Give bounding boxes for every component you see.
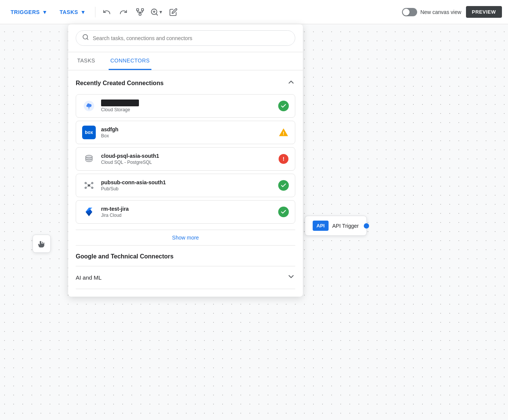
cloud-storage-type: Cloud Storage: [101, 107, 278, 112]
recently-created-title: Recently Created Connections: [76, 80, 164, 87]
redo-button[interactable]: [117, 5, 130, 19]
jira-info: rm-test-jira Jira Cloud: [101, 206, 278, 218]
cloud-sql-type: Cloud SQL - PostgreSQL: [101, 160, 278, 165]
svg-point-21: [91, 187, 93, 189]
svg-line-25: [90, 186, 92, 187]
svg-line-23: [90, 184, 92, 185]
connection-item-jira[interactable]: rm-test-jira Jira Cloud: [76, 200, 295, 224]
panel-body: Recently Created Connections: [68, 70, 303, 297]
connection-item-pubsub[interactable]: pubsub-conn-asia-south1 Pub/Sub: [76, 174, 295, 197]
tab-tasks[interactable]: TASKS: [76, 52, 97, 70]
error-circle: !: [279, 154, 288, 164]
connectors-panel: TASKS CONNECTORS Recently Created Connec…: [68, 24, 303, 297]
box-type: Box: [101, 133, 278, 138]
cloud-storage-status-ok: [278, 101, 289, 111]
svg-line-12: [87, 38, 88, 39]
preview-button[interactable]: PREVIEW: [466, 6, 502, 18]
box-logo: box: [82, 126, 96, 139]
pubsub-name: pubsub-conn-asia-south1: [101, 179, 278, 185]
show-more-link[interactable]: Show more: [76, 230, 295, 246]
svg-line-24: [87, 186, 88, 187]
zoom-button[interactable]: ▼: [150, 5, 164, 19]
api-trigger-label: API Trigger: [332, 223, 359, 229]
toolbar-divider-1: [95, 7, 95, 17]
pubsub-info: pubsub-conn-asia-south1 Pub/Sub: [101, 179, 278, 191]
tab-connectors[interactable]: CONNECTORS: [109, 52, 151, 70]
svg-line-22: [87, 184, 88, 185]
pubsub-type: Pub/Sub: [101, 186, 278, 191]
svg-point-20: [85, 187, 87, 189]
cloud-storage-logo: [82, 99, 96, 113]
panel-tabs: TASKS CONNECTORS: [68, 52, 303, 70]
search-bar: [68, 24, 303, 52]
box-info: asdfgh Box: [101, 126, 278, 138]
box-status-warning: !: [278, 127, 289, 138]
connection-item-cloud-storage[interactable]: Cloud Storage: [76, 94, 295, 118]
cloud-storage-info: Cloud Storage: [101, 100, 278, 112]
zoom-dropdown-icon: ▼: [159, 9, 163, 15]
box-name: asdfgh: [101, 126, 278, 132]
category-ai-ml-label: AI and ML: [76, 274, 101, 281]
connection-item-cloud-sql[interactable]: cloud-psql-asia-south1 Cloud SQL - Postg…: [76, 147, 295, 171]
connection-list: Cloud Storage box asdfgh Box: [76, 94, 295, 224]
box-logo-img: box: [82, 126, 96, 139]
svg-line-8: [156, 14, 157, 15]
pubsub-status-ok: [278, 180, 289, 191]
svg-text:!: !: [283, 131, 284, 136]
svg-point-19: [91, 182, 93, 184]
triggers-label: TRIGGERS: [11, 9, 40, 15]
search-input[interactable]: [93, 35, 289, 41]
pubsub-logo: [82, 179, 96, 192]
google-connectors-title: Google and Technical Connectors: [76, 253, 295, 260]
api-badge: API: [313, 221, 329, 231]
jira-logo: [82, 205, 96, 219]
jira-status-ok: [278, 207, 289, 217]
recently-created-section-header: Recently Created Connections: [76, 78, 295, 88]
canvas-view-toggle[interactable]: [402, 8, 417, 16]
new-canvas-label: New canvas view: [420, 9, 461, 15]
jira-name: rm-test-jira: [101, 206, 278, 212]
tasks-button[interactable]: TASKS ▼: [55, 7, 90, 17]
chevron-down-icon: [287, 272, 295, 283]
cloud-sql-name: cloud-psql-asia-south1: [101, 153, 278, 159]
connector-category-ai-ml[interactable]: AI and ML: [76, 266, 295, 289]
cloud-sql-info: cloud-psql-asia-south1 Cloud SQL - Postg…: [101, 153, 278, 165]
collapse-icon[interactable]: [287, 78, 295, 88]
undo-button[interactable]: [100, 5, 114, 19]
tasks-dropdown-icon: ▼: [80, 9, 86, 15]
connection-item-box[interactable]: box asdfgh Box !: [76, 121, 295, 144]
cloud-sql-status-error: !: [278, 154, 289, 164]
cloud-storage-name-redacted: [101, 100, 139, 106]
toolbar: TRIGGERS ▼ TASKS ▼: [0, 0, 508, 24]
jira-type: Jira Cloud: [101, 213, 278, 218]
network-button[interactable]: [133, 5, 147, 19]
triggers-dropdown-icon: ▼: [42, 9, 47, 15]
cloud-storage-name: [101, 100, 278, 106]
svg-point-17: [88, 184, 90, 187]
edit-button[interactable]: [167, 5, 180, 19]
triggers-button[interactable]: TRIGGERS ▼: [6, 7, 52, 17]
node-connector-dot: [364, 223, 369, 229]
svg-point-18: [85, 182, 87, 184]
cloud-sql-logo: [82, 152, 96, 166]
search-input-wrapper[interactable]: [76, 30, 295, 46]
toggle-container: New canvas view: [402, 8, 461, 16]
search-icon: [82, 34, 89, 42]
hand-tool-button[interactable]: [33, 235, 51, 253]
tasks-label: TASKS: [59, 9, 78, 15]
toolbar-right: New canvas view PREVIEW: [402, 6, 502, 18]
api-trigger-node[interactable]: API API Trigger: [305, 216, 367, 236]
